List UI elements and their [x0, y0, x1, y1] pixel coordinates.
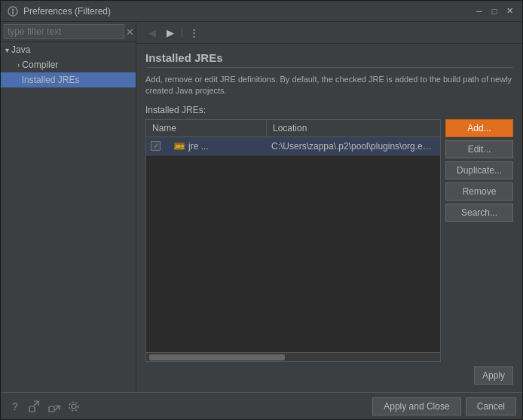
filter-bar: ✕	[1, 22, 136, 42]
preferences-window: Preferences (Filtered) ─ □ ✕ ✕ ▾ Java › …	[0, 0, 523, 420]
svg-text:JRE: JRE	[174, 144, 185, 149]
nav-separator	[182, 27, 182, 38]
import-button[interactable]	[46, 398, 63, 415]
forward-button[interactable]: ▶	[162, 25, 179, 40]
filter-clear-button[interactable]: ✕	[124, 26, 136, 38]
row-checkbox-cell[interactable]	[146, 138, 169, 154]
right-panel-header: ◀ ▶ ⋮	[136, 22, 522, 44]
java-label: Java	[11, 44, 30, 55]
section-label: Installed JREs:	[145, 105, 513, 115]
edit-button[interactable]: Edit...	[445, 140, 513, 158]
search-button[interactable]: Search...	[445, 204, 513, 222]
right-panel: ◀ ▶ ⋮ Installed JREs Add, remove or edit…	[136, 22, 522, 392]
back-button[interactable]: ◀	[144, 25, 161, 40]
table-scrollbar[interactable]	[146, 352, 440, 361]
filter-input[interactable]	[4, 24, 124, 39]
table-body: JRE jre ... C:\Users\zappa\.p2\pool\plug…	[146, 137, 440, 352]
svg-rect-5	[29, 406, 35, 412]
apply-row: Apply	[145, 366, 513, 385]
compiler-label: Compiler	[22, 60, 58, 70]
jre-table: Name Location	[145, 119, 441, 362]
svg-point-10	[69, 402, 78, 411]
scrollbar-thumb[interactable]	[149, 354, 285, 360]
minimize-button[interactable]: ─	[473, 5, 486, 18]
row-checkbox[interactable]	[151, 141, 161, 151]
svg-line-6	[34, 401, 38, 406]
panel-menu-button[interactable]: ⋮	[185, 25, 202, 40]
svg-rect-7	[49, 406, 54, 412]
footer-bar: ?	[1, 392, 522, 419]
import-icon	[47, 400, 61, 413]
apply-button[interactable]: Apply	[474, 366, 513, 385]
sidebar: ✕ ▾ Java › Compiler Installed JREs	[1, 22, 136, 392]
col-location-header: Location	[267, 120, 440, 136]
export-icon	[28, 400, 41, 413]
preferences-button[interactable]	[66, 398, 82, 415]
cancel-button[interactable]: Cancel	[466, 397, 516, 415]
title-bar: Preferences (Filtered) ─ □ ✕	[1, 1, 522, 22]
help-button[interactable]: ?	[7, 398, 23, 415]
table-wrapper: Name Location	[145, 119, 513, 362]
sidebar-item-java[interactable]: ▾ Java	[1, 42, 136, 57]
svg-rect-2	[12, 11, 14, 14]
table-row[interactable]: JRE jre ... C:\Users\zappa\.p2\pool\plug…	[146, 137, 440, 156]
preferences-icon	[67, 400, 81, 413]
add-button[interactable]: Add...	[445, 119, 513, 137]
preferences-content: ✕ ▾ Java › Compiler Installed JREs ◀ ▶	[1, 22, 522, 392]
window-icon	[7, 5, 19, 17]
table-header: Name Location	[146, 120, 440, 137]
installed-jres-arrow	[17, 76, 20, 84]
duplicate-button[interactable]: Duplicate...	[445, 161, 513, 179]
close-button[interactable]: ✕	[503, 5, 516, 18]
col-name-header: Name	[146, 120, 267, 136]
sidebar-item-installed-jres[interactable]: Installed JREs	[1, 72, 136, 87]
window-controls: ─ □ ✕	[473, 5, 516, 18]
jre-icon: JRE	[173, 140, 185, 152]
window-title: Preferences (Filtered)	[23, 6, 473, 17]
remove-button[interactable]: Remove	[445, 182, 513, 201]
installed-jres-label: Installed JREs	[22, 75, 80, 85]
panel-title: Installed JREs	[145, 51, 513, 68]
java-arrow: ▾	[5, 46, 9, 54]
row-name-cell: JRE jre ...	[169, 137, 267, 155]
export-button[interactable]	[26, 398, 43, 415]
help-icon: ?	[12, 400, 18, 412]
jre-action-buttons: Add... Edit... Duplicate... Remove Searc…	[445, 119, 513, 362]
svg-point-1	[12, 8, 14, 11]
maximize-button[interactable]: □	[488, 5, 501, 18]
compiler-arrow: ›	[17, 61, 20, 69]
row-name: jre ...	[188, 141, 209, 152]
row-location-cell: C:\Users\zappa\.p2\pool\plugins\org.ecli…	[267, 138, 440, 155]
svg-point-9	[72, 404, 76, 409]
footer-icons: ?	[7, 398, 368, 415]
nav-arrows: ◀ ▶ ⋮	[144, 25, 202, 40]
sidebar-item-compiler[interactable]: › Compiler	[1, 57, 136, 72]
panel-description: Add, remove or edit JRE definitions. By …	[145, 74, 513, 97]
right-panel-body: Installed JREs Add, remove or edit JRE d…	[136, 44, 522, 392]
apply-and-close-button[interactable]: Apply and Close	[372, 397, 460, 415]
svg-line-8	[55, 406, 60, 410]
